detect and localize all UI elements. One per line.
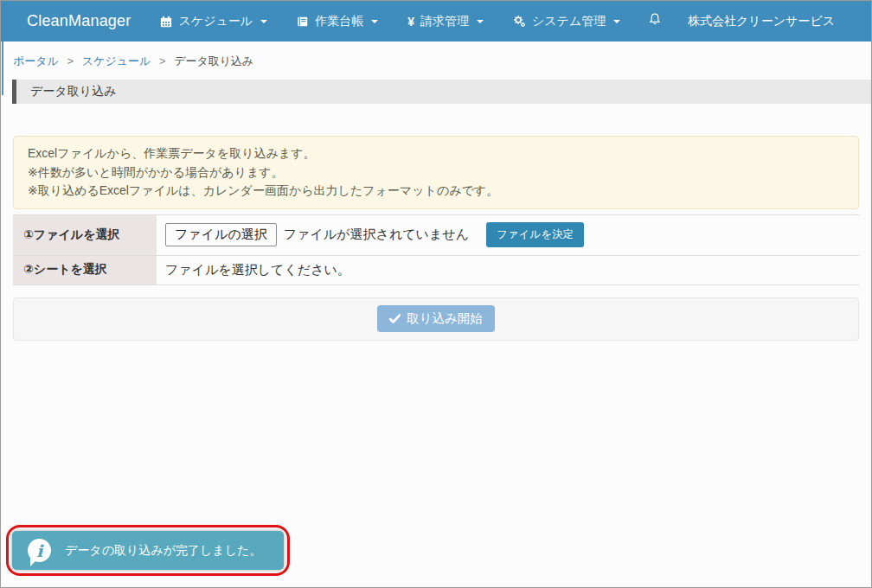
sheet-select-label: ②シートを選択: [13, 256, 157, 284]
submit-panel: 取り込み開始: [13, 297, 859, 341]
confirm-file-button[interactable]: ファイルを決定: [486, 222, 584, 247]
start-import-button[interactable]: 取り込み開始: [377, 305, 495, 332]
annotation-highlight: i データの取り込みが完了しました。: [6, 525, 290, 576]
yen-icon: ¥: [407, 15, 414, 29]
start-import-label: 取り込み開始: [407, 310, 483, 327]
nav-menu-label: 作業台帳: [315, 14, 363, 29]
gears-icon: [513, 15, 526, 28]
bell-icon: [648, 12, 662, 30]
breadcrumb: ポータル > スケジュール > データ取り込み: [1, 42, 871, 80]
brand-logo[interactable]: CleanManager: [27, 12, 131, 30]
chevron-down-icon: [260, 20, 267, 23]
notice-line: Excelファイルから、作業票データを取り込みます。: [28, 144, 844, 163]
chevron-down-icon: [477, 20, 484, 23]
user-company-menu[interactable]: 株式会社クリーンサービス: [688, 14, 835, 29]
nav-menu-label: スケジュール: [178, 14, 253, 29]
notice-line: ※取り込めるExcelファイルは、カレンダー画面から出力したフォーマットのみです…: [28, 182, 844, 201]
toast-message: データの取り込みが完了しました。: [65, 543, 261, 559]
breadcrumb-link-portal[interactable]: ポータル: [13, 54, 59, 67]
breadcrumb-separator: >: [159, 54, 166, 67]
file-input-button[interactable]: ファイルの選択: [165, 223, 277, 246]
nav-menu-label: システム管理: [532, 14, 606, 29]
notifications-button[interactable]: [648, 12, 662, 30]
chevron-down-icon: [371, 20, 378, 23]
file-status-text: ファイルが選択されていません: [284, 227, 469, 243]
notice-line: ※件数が多いと時間がかかる場合があります。: [28, 163, 844, 182]
sheet-hint-text: ファイルを選択してください。: [165, 262, 350, 278]
breadcrumb-current: データ取り込み: [174, 54, 253, 67]
table-row: ②シートを選択 ファイルを選択してください。: [13, 255, 859, 284]
toast-notification: i データの取り込みが完了しました。: [12, 531, 284, 570]
table-row: ①ファイルを選択 ファイルの選択 ファイルが選択されていません ファイルを決定: [13, 214, 859, 255]
navbar: CleanManager スケジュール: [1, 1, 871, 42]
import-form: ①ファイルを選択 ファイルの選択 ファイルが選択されていません ファイルを決定 …: [13, 214, 859, 285]
nav-menu-work-ledger[interactable]: 作業台帳: [297, 14, 378, 29]
calendar-icon: [160, 16, 172, 28]
nav-menu-billing[interactable]: ¥ 請求管理: [407, 14, 484, 29]
app-window: CleanManager スケジュール: [0, 0, 872, 588]
chevron-down-icon: [613, 20, 620, 23]
file-select-content: ファイルの選択 ファイルが選択されていません ファイルを決定: [157, 222, 859, 247]
page-title: データ取り込み: [12, 80, 871, 104]
check-icon: [389, 312, 401, 326]
info-icon: i: [28, 539, 51, 562]
breadcrumb-link-schedule[interactable]: スケジュール: [82, 54, 151, 67]
breadcrumb-separator: >: [67, 54, 74, 67]
notice-box: Excelファイルから、作業票データを取り込みます。 ※件数が多いと時間がかかる…: [13, 136, 859, 209]
book-icon: [297, 16, 309, 28]
file-select-label: ①ファイルを選択: [13, 215, 157, 255]
sheet-select-content: ファイルを選択してください。: [157, 262, 859, 278]
nav-menu-system[interactable]: システム管理: [513, 14, 620, 29]
nav-menu-label: 請求管理: [420, 14, 469, 29]
nav-menu-schedule[interactable]: スケジュール: [160, 14, 267, 29]
window-edge-artifact: [2, 42, 3, 95]
